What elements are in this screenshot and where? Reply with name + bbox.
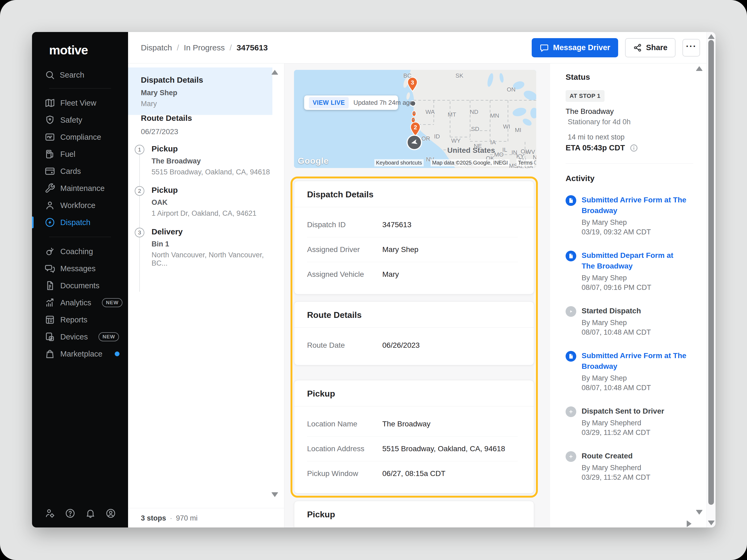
stop-list-footer: 3 stops · 970 mi <box>128 508 284 528</box>
terms-link[interactable]: Terms <box>516 159 534 166</box>
admin-user-icon[interactable] <box>44 508 55 519</box>
share-icon <box>633 43 642 52</box>
form-icon <box>566 195 576 206</box>
scroll-down-arrow[interactable] <box>271 492 278 497</box>
activity-item: Started Dispatch By Mary Shep 08/07, 10:… <box>566 305 688 337</box>
activity-item: Route Created By Mary Shepherd 03/29, 11… <box>566 451 688 482</box>
stops-count: 3 stops <box>141 514 166 523</box>
activity-item: Submitted Depart Form at The Broadway By… <box>566 250 688 292</box>
activity-link[interactable]: Submitted Arrive Form at The Broadway <box>582 195 688 216</box>
new-badge: NEW <box>102 298 123 307</box>
scroll-down-arrow[interactable] <box>696 510 703 515</box>
sidebar-item-documents[interactable]: Documents <box>32 277 128 294</box>
sidebar-item-reports[interactable]: Reports <box>32 311 128 328</box>
distance-to-next-stop: 14 mi to next stop <box>566 133 688 141</box>
scrollbar-thumb[interactable] <box>708 40 714 505</box>
svg-text:3: 3 <box>411 79 414 86</box>
last-updated-text: Updated 7h 24m ago <box>354 99 413 106</box>
sidebar-bottom-icons <box>32 508 128 519</box>
detail-panel: BCSKONWAMTNDMNWIMIORIDSDWYNEIAILINOHNVUT… <box>284 63 550 528</box>
message-driver-button[interactable]: Message Driver <box>532 38 618 57</box>
search-icon <box>44 69 55 81</box>
horizontal-scrollbar[interactable] <box>550 520 706 528</box>
route-date: 06/27/2023 <box>141 128 192 136</box>
keyboard-shortcuts-link[interactable]: Keyboard shortcuts <box>374 159 423 166</box>
activity-link[interactable]: Submitted Depart Form at The Broadway <box>582 250 688 271</box>
sidebar-item-dispatch[interactable]: Dispatch <box>32 214 128 231</box>
breadcrumb-dispatch[interactable]: Dispatch <box>141 43 172 52</box>
main-area: Dispatch / In Progress / 3475613 Message… <box>128 32 706 528</box>
info-icon[interactable] <box>629 144 638 152</box>
sidebar-item-workforce[interactable]: Workforce <box>32 197 128 214</box>
main-vertical-scrollbar[interactable] <box>706 32 716 528</box>
breadcrumb-in-progress[interactable]: In Progress <box>184 43 225 52</box>
sidebar-item-cards[interactable]: Cards <box>32 163 128 180</box>
wrench-icon <box>44 183 55 194</box>
pickup-card-2-partial: Pickup <box>294 501 534 528</box>
panel-divider <box>566 163 693 164</box>
map-pin-stop-2[interactable]: 2 <box>411 122 420 136</box>
desktop-backdrop: motive Search Fleet View Safety Complian… <box>0 0 747 560</box>
report-icon <box>44 314 55 325</box>
list-item-dispatch-details[interactable]: Dispatch Details Mary Shep Mary <box>128 68 273 115</box>
scroll-up-arrow[interactable] <box>271 70 278 75</box>
help-icon[interactable] <box>65 508 76 519</box>
sidebar-item-messages[interactable]: Messages <box>32 260 128 277</box>
map-status-card: VIEW LIVE Updated 7h 24m ago <box>304 96 398 110</box>
activity-item: Submitted Arrive Form at The Broadway By… <box>566 350 688 393</box>
sidebar-item-analytics[interactable]: Analytics NEW <box>32 294 128 311</box>
sidebar-item-compliance[interactable]: Compliance <box>32 129 128 145</box>
mini-stop-marker[interactable] <box>412 111 416 116</box>
scroll-down-arrow[interactable] <box>708 521 715 525</box>
sidebar-item-marketplace[interactable]: Marketplace <box>32 345 128 363</box>
sidebar-item-coaching[interactable]: Coaching <box>32 243 128 260</box>
status-title: Status <box>566 73 688 82</box>
field-route-date: Route Date 06/26/2023 <box>307 333 518 357</box>
sidebar-item-devices[interactable]: Devices NEW <box>32 328 128 345</box>
sidebar-item-fuel[interactable]: Fuel <box>32 145 128 163</box>
form-icon <box>566 351 576 362</box>
view-live-button[interactable]: VIEW LIVE <box>309 97 349 109</box>
map-pin-stop-3[interactable]: 3 <box>408 77 417 91</box>
list-item-stop-3[interactable]: 3 Delivery Bin 1 North Vancouver, North … <box>128 228 276 267</box>
plus-icon <box>566 451 576 462</box>
share-button[interactable]: Share <box>625 38 675 57</box>
account-icon[interactable] <box>105 508 116 519</box>
scroll-right-arrow[interactable] <box>687 520 692 527</box>
vehicle-location-marker[interactable] <box>407 135 421 150</box>
map-data-text: Map data ©2025 Google, INEGI <box>431 159 510 166</box>
scroll-up-arrow[interactable] <box>708 34 715 39</box>
stop-number: 3 <box>135 228 144 237</box>
google-logo: Google <box>298 156 329 166</box>
whistle-icon <box>44 246 55 257</box>
route-distance: 970 mi <box>176 514 198 523</box>
play-icon <box>566 306 576 317</box>
list-item-route-details[interactable]: Route Details 06/27/2023 <box>141 114 192 136</box>
list-item-stop-1[interactable]: 1 Pickup The Broadway 5515 Broadway, Oak… <box>128 145 276 176</box>
route-details-card: Route Details Route Date 06/26/2023 <box>294 301 534 365</box>
sidebar-item-fleet-view[interactable]: Fleet View <box>32 95 128 111</box>
pickup-card: Pickup Location Name The Broadway Locati… <box>294 380 534 494</box>
more-actions-button[interactable]: ··· <box>682 39 700 56</box>
eld-icon <box>44 131 55 143</box>
activity-link[interactable]: Submitted Arrive Form at The Broadway <box>582 350 688 372</box>
stationary-duration: Stationary for 4d 0h <box>566 118 688 126</box>
status-badge: AT STOP 1 <box>566 90 604 102</box>
sidebar-item-safety[interactable]: Safety <box>32 111 128 129</box>
map-icon <box>44 97 55 109</box>
sidebar-item-maintenance[interactable]: Maintenance <box>32 180 128 197</box>
stop-list-panel: Dispatch Details Mary Shep Mary Route De… <box>128 63 284 528</box>
map[interactable]: BCSKONWAMTNDMNWIMIORIDSDWYNEIAILINOHNVUT… <box>294 70 536 168</box>
content-row: Dispatch Details Mary Shep Mary Route De… <box>128 63 706 528</box>
shield-icon <box>44 114 55 126</box>
breadcrumb-dispatch-id: 3475613 <box>237 43 268 52</box>
credit-card-icon <box>44 166 55 177</box>
activity-title: Activity <box>566 174 688 183</box>
list-item-stop-2[interactable]: 2 Pickup OAK 1 Airport Dr, Oakland, CA, … <box>128 186 276 218</box>
scroll-up-arrow[interactable] <box>696 66 703 71</box>
document-icon <box>44 280 55 291</box>
field-location-name: Location Name The Broadway <box>307 412 518 436</box>
sidebar-item-search[interactable]: Search <box>32 68 128 82</box>
bell-icon[interactable] <box>85 508 96 519</box>
form-icon <box>566 251 576 261</box>
